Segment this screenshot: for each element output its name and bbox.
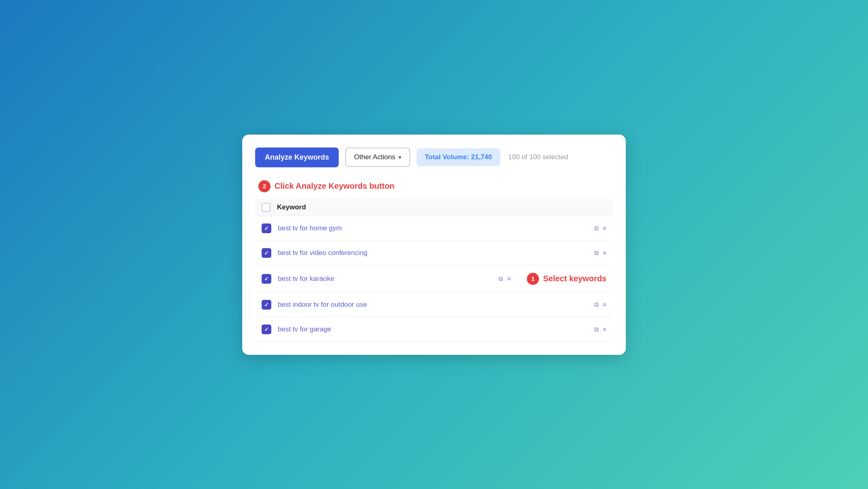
step1-instruction: 1 Select keywords (527, 273, 606, 285)
row-1-checkbox[interactable]: ✓ (262, 223, 271, 233)
row-2-icons: ⧉ ≡ (594, 249, 606, 257)
keyword-column-header: Keyword (277, 203, 306, 211)
total-volume-badge: Total Volume: 21,740 (417, 148, 500, 166)
table-row: ✓ best tv for karaoke ⧉ ≡ 1 Select keywo… (255, 265, 613, 292)
table-row: ✓ best tv for video conferencing ⧉ ≡ (255, 240, 613, 265)
selected-count-label: 100 of 100 selected (508, 153, 568, 161)
step1-badge: 1 (527, 273, 539, 285)
table-row: ✓ best indoor tv for outdoor use ⧉ ≡ (255, 292, 613, 317)
select-all-checkbox[interactable] (262, 203, 270, 212)
keyword-text: best tv for video conferencing (278, 249, 588, 257)
table-row: ✓ best tv for garage ⧉ ≡ (255, 317, 613, 342)
table-row: ✓ best tv for home gym ⧉ ≡ (255, 216, 613, 240)
row-4-checkbox[interactable]: ✓ (262, 300, 271, 310)
menu-icon[interactable]: ≡ (603, 249, 606, 256)
row-4-icons: ⧉ ≡ (594, 301, 606, 308)
step2-text: Click Analyze Keywords button (275, 181, 394, 191)
external-link-icon[interactable]: ⧉ (594, 249, 599, 257)
checkmark-icon: ✓ (264, 301, 269, 308)
external-link-icon[interactable]: ⧉ (594, 225, 599, 232)
keyword-text: best tv for garage (278, 325, 588, 333)
analyze-keywords-button[interactable]: Analyze Keywords (255, 148, 339, 167)
menu-icon[interactable]: ≡ (603, 326, 606, 333)
row-5-icons: ⧉ ≡ (594, 326, 606, 333)
keyword-text: best tv for home gym (278, 224, 588, 232)
keyword-table: ✓ best tv for home gym ⧉ ≡ ✓ best tv for… (255, 216, 613, 342)
other-actions-label: Other Actions (354, 153, 395, 161)
row-3-checkbox[interactable]: ✓ (262, 274, 271, 284)
row-1-icons: ⧉ ≡ (594, 225, 606, 232)
menu-icon[interactable]: ≡ (603, 225, 606, 232)
toolbar: Analyze Keywords Other Actions ▾ Total V… (255, 148, 613, 167)
row-3-icons: ⧉ ≡ (499, 275, 511, 282)
external-link-icon[interactable]: ⧉ (594, 301, 599, 308)
menu-icon[interactable]: ≡ (507, 275, 511, 282)
checkmark-icon: ✓ (264, 250, 269, 256)
main-card: Analyze Keywords Other Actions ▾ Total V… (242, 135, 626, 355)
external-link-icon[interactable]: ⧉ (499, 275, 503, 282)
table-header: Keyword (255, 199, 613, 216)
checkmark-icon: ✓ (264, 326, 269, 333)
step2-badge: 2 (258, 180, 270, 192)
keyword-text: best indoor tv for outdoor use (278, 301, 588, 309)
checkmark-icon: ✓ (264, 225, 269, 232)
step2-instruction: 2 Click Analyze Keywords button (255, 177, 613, 196)
row-2-checkbox[interactable]: ✓ (262, 248, 271, 258)
row-5-checkbox[interactable]: ✓ (262, 325, 271, 334)
external-link-icon[interactable]: ⧉ (594, 326, 599, 333)
checkmark-icon: ✓ (264, 276, 269, 282)
step1-text: Select keywords (543, 274, 606, 283)
chevron-down-icon: ▾ (398, 154, 401, 160)
menu-icon[interactable]: ≡ (603, 301, 606, 308)
other-actions-button[interactable]: Other Actions ▾ (345, 148, 410, 167)
keyword-text: best tv for karaoke (278, 275, 492, 283)
